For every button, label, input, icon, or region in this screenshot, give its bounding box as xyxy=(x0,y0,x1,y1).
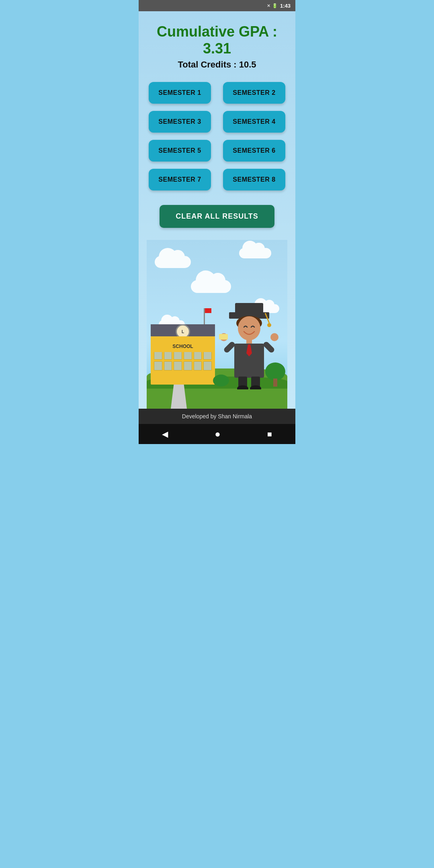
semester-4-button[interactable]: SEMESTER 4 xyxy=(223,111,285,133)
window-7 xyxy=(154,361,162,371)
svg-rect-9 xyxy=(223,341,236,354)
svg-rect-13 xyxy=(219,334,228,340)
window-8 xyxy=(164,361,172,371)
semester-8-button[interactable]: SEMESTER 8 xyxy=(223,169,285,190)
semester-1-button[interactable]: SEMESTER 1 xyxy=(149,82,211,104)
school-building: L SCHOOL xyxy=(151,324,215,385)
cloud-3 xyxy=(191,280,231,293)
flag-pole xyxy=(204,308,205,324)
building-roof: L xyxy=(151,324,215,336)
svg-point-3 xyxy=(267,323,271,327)
svg-point-12 xyxy=(270,333,278,341)
status-icons: ✕ 🔋 xyxy=(267,3,278,8)
svg-rect-1 xyxy=(235,303,263,313)
recents-button[interactable]: ■ xyxy=(259,426,280,442)
cloud-1 xyxy=(155,256,191,268)
semester-7-button[interactable]: SEMESTER 7 xyxy=(149,169,211,190)
clock: 1:43 xyxy=(280,3,291,9)
main-content: Cumulative GPA : 3.31 Total Credits : 10… xyxy=(139,11,295,409)
school-label: SCHOOL xyxy=(154,343,212,352)
semester-2-button[interactable]: SEMESTER 2 xyxy=(223,82,285,104)
window-9 xyxy=(174,361,182,371)
semester-grid: SEMESTER 1 SEMESTER 2 SEMESTER 3 SEMESTE… xyxy=(149,82,285,190)
footer-bar: Developed by Shan Nirmala xyxy=(139,409,295,424)
svg-point-5 xyxy=(238,316,260,340)
home-button[interactable]: ● xyxy=(207,425,229,443)
building-body: SCHOOL xyxy=(151,336,215,385)
window-11 xyxy=(194,361,202,371)
semester-3-button[interactable]: SEMESTER 3 xyxy=(149,111,211,133)
cumulative-gpa: Cumulative GPA : 3.31 xyxy=(147,23,287,57)
svg-rect-10 xyxy=(262,341,276,354)
flag xyxy=(205,308,211,313)
status-bar: ✕ 🔋 1:43 xyxy=(139,0,295,11)
total-credits: Total Credits : 10.5 xyxy=(178,59,256,70)
graduate-figure xyxy=(219,301,279,389)
footer-text: Developed by Shan Nirmala xyxy=(182,413,252,420)
clear-all-results-button[interactable]: CLEAR ALL RESULTS xyxy=(160,205,274,228)
navigation-bar: ◀ ● ■ xyxy=(139,424,295,444)
cloud-2 xyxy=(239,248,271,258)
window-12 xyxy=(203,361,212,371)
back-button[interactable]: ◀ xyxy=(154,426,176,442)
semester-6-button[interactable]: SEMESTER 6 xyxy=(223,140,285,162)
battery-icon: 🔋 xyxy=(272,3,278,8)
svg-rect-6 xyxy=(246,339,252,344)
scene-area: L SCHOOL xyxy=(147,240,287,409)
window-10 xyxy=(184,361,192,371)
signal-icon: ✕ xyxy=(267,3,270,8)
semester-5-button[interactable]: SEMESTER 5 xyxy=(149,140,211,162)
